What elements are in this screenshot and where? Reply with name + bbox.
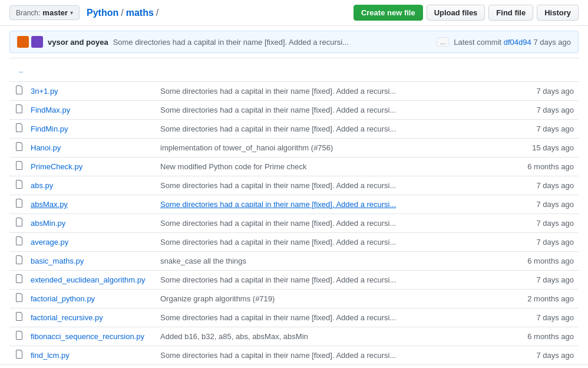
commit-bar: vysor and poyea Some directories had a c… — [9, 31, 579, 53]
table-row: absMin.pySome directories had a capital … — [9, 214, 579, 233]
table-row: PrimeCheck.pyNew modified Python code fo… — [9, 157, 579, 176]
file-name-link[interactable]: absMax.py — [31, 200, 68, 209]
time-cell: 6 months ago — [500, 157, 579, 176]
file-icon — [14, 352, 24, 361]
create-new-file-button[interactable]: Create new file — [354, 5, 423, 21]
table-row: abs.pySome directories had a capital in … — [9, 176, 579, 195]
avatar-vysor — [17, 36, 29, 48]
commit-msg-cell: Some directories had a capital in their … — [156, 120, 500, 139]
dotdot-link[interactable]: .. — [14, 62, 28, 78]
files-table: 3n+1.pySome directories had a capital in… — [9, 81, 579, 364]
file-name-cell: find_lcm.py — [26, 346, 156, 365]
file-name-link[interactable]: factorial_python.py — [31, 294, 95, 303]
commit-msg-cell: Organize graph algorithms (#719) — [156, 290, 500, 308]
commit-msg-cell: snake_case all the things — [156, 252, 500, 271]
file-icon — [14, 201, 24, 210]
table-row: absMax.pySome directories had a capital … — [9, 195, 579, 214]
breadcrumb-python[interactable]: Python — [87, 8, 118, 18]
file-name-link[interactable]: PrimeCheck.py — [31, 162, 82, 171]
file-name-cell: absMin.py — [26, 214, 156, 233]
commit-msg-cell: Some directories had a capital in their … — [156, 101, 500, 120]
commit-msg-link[interactable]: Some directories had a capital in their … — [160, 200, 396, 209]
time-cell: 7 days ago — [500, 346, 579, 365]
file-name-link[interactable]: Hanoi.py — [31, 143, 61, 152]
time-cell: 7 days ago — [500, 195, 579, 214]
top-bar: Branch: master ▾ Python / maths / Create… — [0, 0, 588, 26]
file-name-link[interactable]: FindMin.py — [31, 124, 68, 133]
time-cell: 7 days ago — [500, 308, 579, 327]
file-icon — [14, 220, 24, 229]
author2-link[interactable]: poyea — [86, 38, 108, 47]
file-table: .. — [9, 58, 579, 81]
author1-link[interactable]: vysor — [48, 38, 68, 47]
find-file-button[interactable]: Find file — [488, 5, 533, 21]
file-icon — [14, 314, 24, 323]
file-name-link[interactable]: fibonacci_sequence_recursion.py — [31, 332, 144, 341]
commit-more-button[interactable]: ... — [437, 37, 449, 47]
commit-msg-cell: Some directories had a capital in their … — [156, 233, 500, 252]
time-cell: 7 days ago — [500, 271, 579, 290]
breadcrumb-sep-2: / — [156, 8, 158, 18]
file-icon — [14, 182, 24, 191]
time-cell: 7 days ago — [500, 214, 579, 233]
commit-bar-message: Some directories had a capital in their … — [113, 38, 432, 47]
file-icon — [14, 163, 24, 172]
file-name-link[interactable]: absMin.py — [31, 219, 65, 228]
file-icon — [14, 295, 24, 304]
commit-msg-cell: Some directories had a capital in their … — [156, 308, 500, 327]
latest-label: Latest commit — [454, 38, 501, 47]
file-name-cell: FindMax.py — [26, 101, 156, 120]
file-name-link[interactable]: basic_maths.py — [31, 257, 84, 265]
file-icon — [14, 126, 24, 134]
branch-selector[interactable]: Branch: master ▾ — [9, 5, 80, 20]
file-name-cell: Hanoi.py — [26, 139, 156, 157]
commit-msg-cell: Some directories had a capital in their … — [156, 214, 500, 233]
author-sep: and — [70, 38, 86, 47]
file-name-link[interactable]: FindMax.py — [31, 106, 70, 114]
top-bar-buttons: Create new file Upload files Find file H… — [354, 5, 579, 21]
history-button[interactable]: History — [537, 5, 579, 21]
commit-msg-cell: Some directories had a capital in their … — [156, 271, 500, 290]
avatar-poyea — [31, 36, 43, 48]
upload-files-button[interactable]: Upload files — [427, 5, 485, 21]
file-name-cell: FindMin.py — [26, 120, 156, 139]
commit-time: 7 days ago — [533, 38, 571, 47]
file-icon — [14, 144, 24, 153]
table-row: 3n+1.pySome directories had a capital in… — [9, 82, 579, 101]
file-icon — [14, 239, 24, 248]
file-name-link[interactable]: factorial_recursive.py — [31, 313, 103, 322]
table-row: factorial_python.pyOrganize graph algori… — [9, 290, 579, 308]
file-name-cell: 3n+1.py — [26, 82, 156, 101]
branch-label: Branch: — [16, 9, 40, 17]
file-name-link[interactable]: 3n+1.py — [31, 87, 58, 96]
file-name-cell: fibonacci_sequence_recursion.py — [26, 327, 156, 346]
table-row: FindMax.pySome directories had a capital… — [9, 101, 579, 120]
file-name-link[interactable]: find_lcm.py — [31, 351, 70, 360]
file-icon — [14, 258, 24, 267]
time-cell: 6 months ago — [500, 327, 579, 346]
file-name-link[interactable]: extended_euclidean_algorithm.py — [31, 275, 145, 284]
breadcrumb-maths[interactable]: maths — [126, 8, 154, 18]
table-row: Hanoi.pyimplementation of tower_of_hanoi… — [9, 139, 579, 157]
table-row: average.pySome directories had a capital… — [9, 233, 579, 252]
commit-msg-cell: New modified Python code for Prime check — [156, 157, 500, 176]
table-row: factorial_recursive.pySome directories h… — [9, 308, 579, 327]
branch-name: master — [42, 8, 68, 17]
file-name-link[interactable]: average.py — [31, 238, 68, 247]
commit-msg-cell: implementation of tower_of_hanoi algorit… — [156, 139, 500, 157]
table-row: extended_euclidean_algorithm.pySome dire… — [9, 271, 579, 290]
file-name-cell: average.py — [26, 233, 156, 252]
time-cell: 15 days ago — [500, 139, 579, 157]
table-row: basic_maths.pysnake_case all the things6… — [9, 252, 579, 271]
file-name-cell: extended_euclidean_algorithm.py — [26, 271, 156, 290]
file-name-link[interactable]: abs.py — [31, 181, 53, 190]
file-icon — [14, 333, 24, 342]
time-cell: 7 days ago — [500, 176, 579, 195]
breadcrumb-sep-1: / — [121, 8, 123, 18]
commit-msg-cell: Some directories had a capital in their … — [156, 176, 500, 195]
file-icon — [14, 277, 24, 285]
commit-hash-link[interactable]: df04d94 — [504, 38, 531, 47]
commit-msg-cell: Added b16, b32, a85, abs, absMax, absMin — [156, 327, 500, 346]
time-cell: 7 days ago — [500, 101, 579, 120]
file-name-cell: PrimeCheck.py — [26, 157, 156, 176]
